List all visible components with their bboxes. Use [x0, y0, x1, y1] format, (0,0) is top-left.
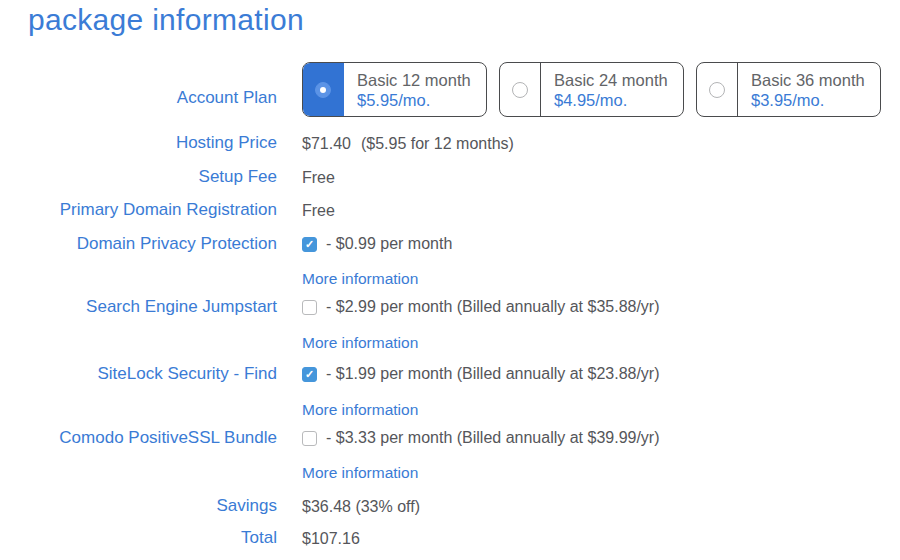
plan-radio-zone: [697, 63, 738, 116]
plan-radio-zone: [303, 63, 344, 116]
hosting-price-note: ($5.95 for 12 months): [361, 134, 514, 154]
search-engine-jumpstart-more-information-link[interactable]: More information: [302, 333, 418, 352]
sitelock-security-checkbox[interactable]: ✓: [302, 367, 317, 382]
checkmark-icon: ✓: [305, 369, 314, 380]
primary-domain-registration-value: Free: [302, 201, 335, 221]
total-value: $107.16: [302, 529, 360, 549]
package-information-page: package information Account Plan Basic 1…: [0, 0, 900, 560]
domain-privacy-more-information-link[interactable]: More information: [302, 269, 418, 288]
plan-name: Basic 24 month: [554, 70, 668, 90]
setup-fee-label: Setup Fee: [0, 167, 277, 187]
domain-privacy-protection-label: Domain Privacy Protection: [0, 234, 277, 254]
plan-price: $5.95/mo.: [357, 90, 471, 110]
savings-label: Savings: [0, 496, 277, 516]
plan-text: Basic 36 month $3.95/mo.: [738, 63, 865, 116]
hosting-price-amount: $71.40: [302, 134, 351, 154]
sitelock-security-price-text: - $1.99 per month (Billed annually at $2…: [326, 364, 660, 384]
savings-value: $36.48 (33% off): [302, 497, 420, 517]
plan-name: Basic 12 month: [357, 70, 471, 90]
total-label: Total: [0, 528, 277, 548]
plan-radio-zone: [500, 63, 541, 116]
domain-privacy-checkbox[interactable]: ✓: [302, 237, 317, 252]
domain-privacy-protection-value: ✓ - $0.99 per month: [302, 234, 452, 254]
comodo-positivessl-value: ✓ - $3.33 per month (Billed annually at …: [302, 428, 660, 448]
sitelock-security-value: ✓ - $1.99 per month (Billed annually at …: [302, 364, 660, 384]
plan-option-basic-12-month[interactable]: Basic 12 month $5.95/mo.: [302, 62, 487, 117]
account-plan-options: Basic 12 month $5.95/mo. Basic 24 month …: [302, 62, 881, 117]
plan-name: Basic 36 month: [751, 70, 865, 90]
plan-option-basic-36-month[interactable]: Basic 36 month $3.95/mo.: [696, 62, 881, 117]
domain-privacy-price-text: - $0.99 per month: [326, 234, 452, 254]
comodo-positivessl-price-text: - $3.33 per month (Billed annually at $3…: [326, 428, 660, 448]
hosting-price-label: Hosting Price: [0, 133, 277, 153]
checkmark-icon: ✓: [305, 239, 314, 250]
page-title: package information: [28, 3, 304, 37]
setup-fee-value: Free: [302, 168, 335, 188]
plan-text: Basic 24 month $4.95/mo.: [541, 63, 668, 116]
search-engine-jumpstart-price-text: - $2.99 per month (Billed annually at $3…: [326, 297, 660, 317]
plan-text: Basic 12 month $5.95/mo.: [344, 63, 471, 116]
plan-option-basic-24-month[interactable]: Basic 24 month $4.95/mo.: [499, 62, 684, 117]
comodo-positivessl-checkbox[interactable]: ✓: [302, 431, 317, 446]
primary-domain-registration-label: Primary Domain Registration: [0, 200, 277, 220]
radio-icon[interactable]: [709, 82, 725, 98]
comodo-positivessl-more-information-link[interactable]: More information: [302, 463, 418, 482]
plan-price: $3.95/mo.: [751, 90, 865, 110]
search-engine-jumpstart-label: Search Engine Jumpstart: [0, 297, 277, 317]
radio-icon[interactable]: [315, 82, 331, 98]
plan-price: $4.95/mo.: [554, 90, 668, 110]
comodo-positivessl-label: Comodo PositiveSSL Bundle: [0, 428, 277, 448]
search-engine-jumpstart-value: ✓ - $2.99 per month (Billed annually at …: [302, 297, 660, 317]
search-engine-jumpstart-checkbox[interactable]: ✓: [302, 300, 317, 315]
sitelock-security-more-information-link[interactable]: More information: [302, 400, 418, 419]
hosting-price-value: $71.40 ($5.95 for 12 months): [302, 134, 514, 154]
account-plan-label: Account Plan: [0, 88, 277, 108]
radio-icon[interactable]: [512, 82, 528, 98]
sitelock-security-label: SiteLock Security - Find: [0, 364, 277, 384]
